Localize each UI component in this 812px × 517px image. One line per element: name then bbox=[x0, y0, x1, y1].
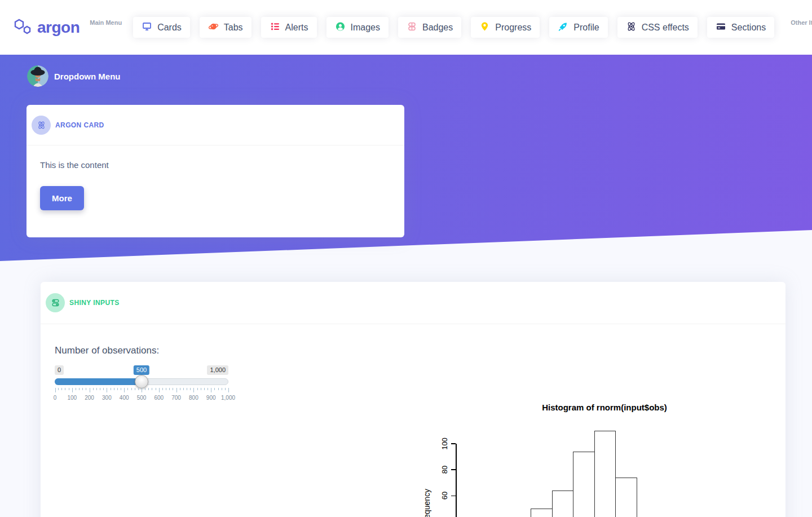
slider-grid-tick bbox=[228, 388, 229, 392]
slider-grid-minor-tick bbox=[69, 388, 69, 390]
slider-grid-minor-tick bbox=[86, 388, 86, 390]
slider-grid-minor-tick bbox=[148, 388, 149, 390]
slider-label: Number of observations: bbox=[55, 345, 228, 356]
nav-item-label: Images bbox=[351, 23, 380, 33]
slider-grid-minor-tick bbox=[117, 388, 118, 390]
slider-grid-minor-tick bbox=[156, 388, 156, 390]
slider-grid-minor-tick bbox=[131, 388, 132, 390]
nav-item-label: Profile bbox=[573, 23, 599, 33]
nav-item-tabs[interactable]: Tabs bbox=[200, 17, 251, 38]
nav-item-cards[interactable]: Cards bbox=[133, 17, 190, 38]
slider-grid-label: 300 bbox=[102, 395, 112, 401]
histogram-title: Histogram of rnorm(input$obs) bbox=[413, 403, 796, 412]
histogram-ytick bbox=[451, 469, 456, 470]
slider-grid-tick bbox=[72, 388, 73, 392]
main-menu-label: Main Menu bbox=[90, 0, 122, 26]
nav-item-profile[interactable]: Profile bbox=[549, 17, 607, 38]
slider-grid-minor-tick bbox=[162, 388, 163, 390]
slider-grid-minor-tick bbox=[114, 388, 114, 390]
slider-grid-minor-tick bbox=[93, 388, 94, 390]
slider-value-label: 500 bbox=[134, 365, 149, 375]
slider-grid-label: 400 bbox=[120, 395, 129, 401]
slider-max-label: 1,000 bbox=[207, 365, 228, 375]
slider-grid-minor-tick bbox=[166, 388, 166, 390]
top-navbar: argon Main Menu Cards Tabs bbox=[0, 0, 812, 55]
slider-grid-minor-tick bbox=[145, 388, 145, 390]
dropdown-menu-label: Dropdown Menu bbox=[54, 72, 120, 81]
slider-grid-minor-tick bbox=[79, 388, 80, 390]
desktop-icon bbox=[142, 21, 152, 34]
histogram-bar bbox=[594, 431, 616, 517]
nav-item-label: Cards bbox=[157, 23, 182, 33]
slider-grid-minor-tick bbox=[111, 388, 111, 390]
nav-item-images[interactable]: Images bbox=[326, 17, 389, 38]
slider-grid-label: 700 bbox=[171, 395, 181, 401]
slider-grid-tick bbox=[124, 388, 125, 392]
hero-section: Dropdown Menu ARGON CARD This is the con… bbox=[0, 55, 812, 261]
slider-grid-minor-tick bbox=[152, 388, 152, 390]
slider-grid-label: 1,000 bbox=[221, 395, 235, 401]
slider-grid-minor-tick bbox=[100, 388, 100, 390]
slider-grid-minor-tick bbox=[121, 388, 121, 390]
user-circle-icon bbox=[335, 21, 346, 34]
argon-card-text: This is the content bbox=[40, 160, 391, 170]
nav-item-alerts[interactable]: Alerts bbox=[261, 17, 317, 38]
more-button[interactable]: More bbox=[40, 186, 84, 210]
histogram-ytick bbox=[451, 496, 456, 497]
slider-grid-label: 600 bbox=[154, 395, 164, 401]
shiny-card-body: Number of observations: 0 500 1,000 0100… bbox=[41, 324, 785, 517]
slider-grid-tick bbox=[211, 388, 211, 392]
slider-grid-label: 100 bbox=[67, 395, 77, 401]
shiny-inputs-card: SHINY INPUTS Number of observations: 0 5… bbox=[41, 282, 785, 517]
brand-name: argon bbox=[37, 19, 80, 37]
map-pin-icon bbox=[479, 21, 490, 34]
nav-item-css-effects[interactable]: CSS effects bbox=[617, 17, 698, 38]
slider-grid-label: 800 bbox=[189, 395, 198, 401]
histogram-ytick-label: 100 bbox=[440, 438, 449, 450]
pills-icon bbox=[407, 21, 417, 34]
ui-controls-icon bbox=[46, 293, 65, 312]
shiny-card-title: SHINY INPUTS bbox=[69, 299, 120, 307]
argon-card-header: ARGON CARD bbox=[27, 105, 404, 145]
slider-grid-minor-tick bbox=[208, 388, 208, 390]
nav-item-label: CSS effects bbox=[642, 23, 689, 33]
slider-handle[interactable] bbox=[135, 375, 148, 388]
observations-slider-block: Number of observations: 0 500 1,000 0100… bbox=[55, 345, 228, 409]
histogram-bar bbox=[531, 509, 553, 517]
nav-item-badges[interactable]: Badges bbox=[398, 17, 461, 38]
slider-grid-minor-tick bbox=[82, 388, 83, 390]
slider-min-label: 0 bbox=[55, 365, 64, 375]
hexagons-logo-icon bbox=[12, 17, 34, 38]
slider-grid-minor-tick bbox=[103, 388, 104, 390]
slider-grid-label: 200 bbox=[85, 395, 94, 401]
observations-slider: 0 500 1,000 0100200300400500600700800900… bbox=[55, 364, 228, 409]
slider-grid-minor-tick bbox=[190, 388, 191, 390]
histogram-bar bbox=[573, 452, 595, 517]
slider-grid-minor-tick bbox=[225, 388, 226, 390]
bullet-list-icon bbox=[270, 21, 280, 34]
histogram-plot: Histogram of rnorm(input$obs) Frequency … bbox=[413, 395, 796, 517]
slider-fill-bar[interactable] bbox=[55, 378, 145, 385]
nav-item-label: Progress bbox=[495, 23, 531, 33]
dropdown-menu-toggle[interactable]: Dropdown Menu bbox=[27, 65, 120, 87]
nav-item-progress[interactable]: Progress bbox=[471, 17, 540, 38]
nav-item-label: Sections bbox=[731, 23, 766, 33]
slider-grid-tick bbox=[90, 388, 90, 392]
argon-card-body: This is the content More bbox=[27, 145, 404, 210]
slider-grid: 01002003004005006007008009001,000 bbox=[55, 388, 228, 408]
slider-grid-minor-tick bbox=[58, 388, 59, 390]
slider-grid-label: 0 bbox=[54, 395, 57, 401]
nav-item-sections[interactable]: Sections bbox=[707, 17, 774, 38]
slider-grid-minor-tick bbox=[169, 388, 170, 390]
other-items-label: Other Items bbox=[791, 0, 812, 26]
navbar-menu: Cards Tabs Alerts bbox=[133, 17, 784, 38]
slider-grid-minor-tick bbox=[76, 388, 76, 390]
avatar[interactable] bbox=[27, 65, 48, 87]
argon-logo[interactable]: argon bbox=[12, 17, 80, 38]
histogram-ytick-label: 60 bbox=[440, 492, 449, 500]
histogram-bar bbox=[552, 491, 574, 517]
histogram-ylabel: Frequency bbox=[422, 489, 431, 517]
slider-grid-label: 500 bbox=[137, 395, 147, 401]
slider-grid-minor-tick bbox=[187, 388, 187, 390]
spaceship-icon bbox=[558, 21, 568, 34]
